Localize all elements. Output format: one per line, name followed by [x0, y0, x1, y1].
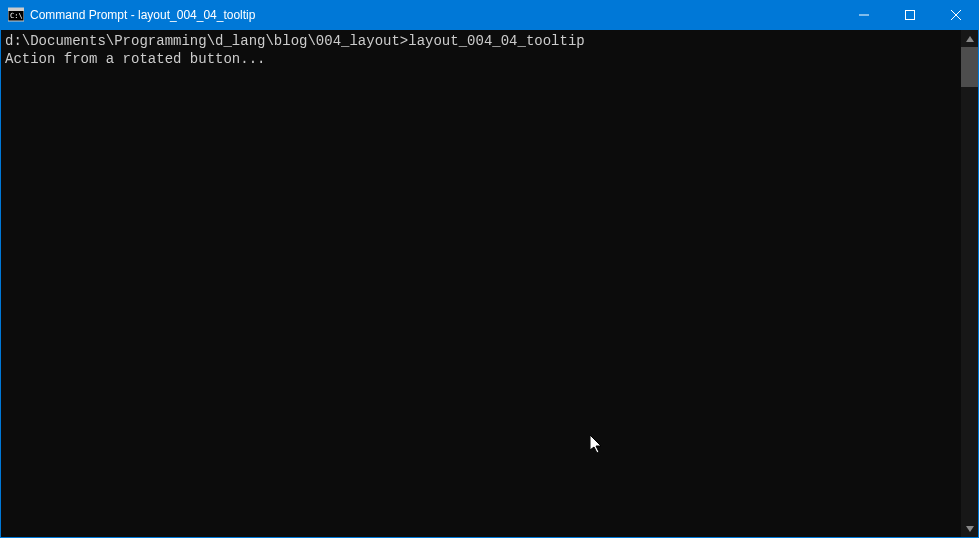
svg-rect-4 — [906, 11, 915, 20]
command-prompt-window: C:\ Command Prompt - layout_004_04_toolt… — [0, 0, 979, 538]
prompt-path: d:\Documents\Programming\d_lang\blog\004… — [5, 33, 408, 49]
scrollbar-thumb[interactable] — [961, 47, 978, 87]
command-text: layout_004_04_tooltip — [408, 33, 584, 49]
output-line: Action from a rotated button... — [5, 51, 265, 67]
scroll-up-button[interactable] — [961, 30, 978, 47]
terminal-area: d:\Documents\Programming\d_lang\blog\004… — [0, 30, 979, 538]
window-controls — [841, 0, 979, 30]
scrollbar-track[interactable] — [961, 47, 978, 520]
scroll-down-button[interactable] — [961, 520, 978, 537]
vertical-scrollbar[interactable] — [961, 30, 978, 537]
terminal-content[interactable]: d:\Documents\Programming\d_lang\blog\004… — [1, 30, 961, 537]
window-title: Command Prompt - layout_004_04_tooltip — [30, 8, 841, 22]
titlebar[interactable]: C:\ Command Prompt - layout_004_04_toolt… — [0, 0, 979, 30]
svg-text:C:\: C:\ — [10, 12, 23, 20]
svg-rect-1 — [8, 8, 24, 11]
close-button[interactable] — [933, 0, 979, 30]
app-icon: C:\ — [8, 7, 24, 23]
maximize-button[interactable] — [887, 0, 933, 30]
minimize-button[interactable] — [841, 0, 887, 30]
